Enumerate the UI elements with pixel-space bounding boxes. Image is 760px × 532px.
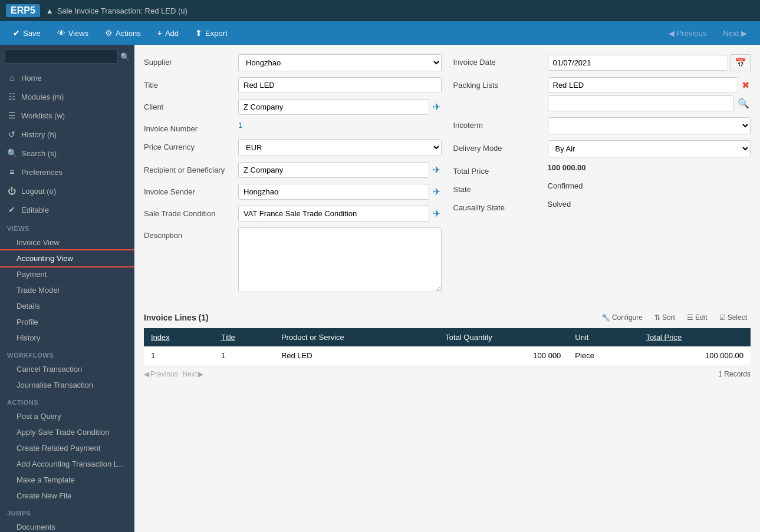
sidebar-item-journalise-transaction[interactable]: Journalise Transaction: [0, 377, 134, 393]
incoterm-select[interactable]: [548, 117, 751, 134]
export-button[interactable]: ⬆ Export: [188, 25, 235, 41]
sidebar-item-details[interactable]: Details: [0, 298, 134, 314]
search-input[interactable]: [5, 49, 118, 64]
state-row: State Confirmed: [453, 181, 751, 194]
supplier-row: Supplier Hongzhao: [144, 54, 442, 71]
col-title[interactable]: Title: [214, 328, 274, 346]
state-static: Confirmed: [548, 178, 583, 190]
sidebar-item-profile[interactable]: Profile: [0, 314, 134, 330]
total-price-label: Total Price: [453, 163, 542, 176]
sidebar-item-logout[interactable]: ⏻ Logout (o): [0, 181, 134, 200]
search-nav-icon: 🔍: [7, 148, 17, 158]
actions-button[interactable]: ⚙ Actions: [98, 25, 148, 41]
invoice-date-label: Invoice Date: [453, 54, 542, 67]
invoice-date-value: 📅: [548, 54, 751, 71]
sidebar-item-cancel-transaction[interactable]: Cancel Transaction: [0, 361, 134, 377]
col-index[interactable]: Index: [144, 328, 214, 346]
state-label: State: [453, 181, 542, 194]
description-textarea[interactable]: [238, 227, 442, 292]
sidebar-item-apply-sale-trade[interactable]: Apply Sale Trade Condition: [0, 424, 134, 440]
client-row: Client ✈: [144, 99, 442, 115]
invoice-sender-link-icon[interactable]: ✈: [432, 185, 442, 199]
sidebar-item-make-template[interactable]: Make a Template: [0, 472, 134, 488]
packing-list-2-search-icon[interactable]: 🔍: [736, 97, 751, 110]
table-previous-button[interactable]: ◀ Previous: [144, 370, 178, 378]
table-footer: ◀ Previous Next ▶ 1 Records: [144, 370, 751, 378]
invoice-date-input[interactable]: [548, 55, 729, 71]
calendar-icon[interactable]: 📅: [731, 54, 751, 71]
delivery-mode-select[interactable]: By Air: [548, 140, 751, 157]
sale-trade-condition-input[interactable]: [238, 206, 429, 222]
sale-trade-condition-link-icon[interactable]: ✈: [432, 207, 442, 220]
description-label: Description: [144, 227, 232, 240]
incoterm-row: Incoterm: [453, 117, 751, 134]
title-input[interactable]: [238, 77, 442, 93]
state-value: Confirmed: [548, 181, 751, 190]
save-button[interactable]: ✔ Save: [6, 25, 48, 41]
invoice-table: Index Title Product or Service Total Qua…: [144, 328, 751, 365]
recipient-link-icon[interactable]: ✈: [432, 163, 442, 177]
sidebar: 🔍 ⌂ Home ☷ Modules (m) ☰ Worklists (w) ↺…: [0, 45, 134, 532]
invoice-sender-input[interactable]: [238, 184, 429, 200]
sidebar-item-create-new-file[interactable]: Create New File: [0, 488, 134, 504]
title-label: Title: [144, 77, 232, 90]
row-total-quantity: 100 000: [438, 346, 568, 365]
sidebar-item-editable[interactable]: ✔ Editable: [0, 200, 134, 219]
sidebar-item-home[interactable]: ⌂ Home: [0, 68, 134, 87]
views-button[interactable]: 👁 Views: [50, 25, 96, 41]
incoterm-label: Incoterm: [453, 117, 542, 130]
sidebar-item-modules[interactable]: ☷ Modules (m): [0, 87, 134, 106]
recipient-input[interactable]: [238, 162, 429, 178]
sidebar-item-documents[interactable]: Documents: [0, 519, 134, 532]
sidebar-item-search[interactable]: 🔍 Search (s): [0, 144, 134, 163]
client-link-icon[interactable]: ✈: [432, 100, 442, 114]
causality-state-row: Causality State Solved: [453, 200, 751, 212]
search-icon[interactable]: 🔍: [120, 52, 130, 61]
next-button[interactable]: Next ▶: [716, 25, 754, 41]
total-price-row: Total Price 100 000.00: [453, 163, 751, 176]
table-header-row: Index Title Product or Service Total Qua…: [144, 328, 751, 346]
client-input[interactable]: [238, 99, 429, 115]
causality-state-static: Solved: [548, 196, 571, 209]
table-next-button[interactable]: Next ▶: [183, 370, 204, 378]
sidebar-item-history[interactable]: ↺ History (h): [0, 125, 134, 144]
table-row[interactable]: 1 1 Red LED 100 000 Piece 100 000.00: [144, 346, 751, 365]
supplier-value: Hongzhao: [238, 54, 442, 71]
price-currency-label: Price Currency: [144, 139, 232, 151]
edit-button[interactable]: ☰ Edit: [683, 312, 711, 323]
form-section: Supplier Hongzhao Title Cli: [144, 54, 751, 300]
next-icon: ▶: [741, 29, 747, 38]
sidebar-item-invoice-view[interactable]: Invoice View: [0, 234, 134, 250]
sidebar-item-payment[interactable]: Payment: [0, 266, 134, 282]
packing-list-2-input[interactable]: [548, 95, 735, 111]
history-icon: ↺: [7, 130, 17, 139]
previous-button[interactable]: ◀ Previous: [662, 25, 714, 41]
sidebar-item-post-query[interactable]: Post a Query: [0, 408, 134, 424]
sidebar-item-preferences[interactable]: ≡ Preferences: [0, 163, 134, 181]
causality-state-label: Causality State: [453, 200, 542, 212]
sidebar-item-accounting-view[interactable]: Accounting View: [0, 250, 134, 266]
sidebar-item-worklists[interactable]: ☰ Worklists (w): [0, 106, 134, 125]
select-button[interactable]: ☑ Select: [716, 312, 751, 323]
add-button[interactable]: + Add: [150, 25, 186, 41]
delivery-mode-value: By Air: [548, 140, 751, 157]
title-arrow: ▲: [46, 6, 54, 15]
form-left-column: Supplier Hongzhao Title Cli: [144, 54, 442, 300]
sidebar-item-trade-model[interactable]: Trade Model: [0, 282, 134, 298]
sort-button[interactable]: ⇅ Sort: [651, 312, 679, 323]
configure-icon: 🔧: [601, 313, 610, 322]
sidebar-item-create-related-payment[interactable]: Create Related Payment: [0, 440, 134, 456]
col-total-price[interactable]: Total Price: [639, 328, 751, 346]
packing-lists-row: Packing Lists ✖ 🔍: [453, 77, 751, 111]
price-currency-select[interactable]: EUR: [238, 139, 442, 156]
sidebar-item-history-view[interactable]: History: [0, 330, 134, 346]
packing-lists-value: ✖ 🔍: [548, 77, 751, 111]
packing-list-1-remove-icon[interactable]: ✖: [741, 78, 751, 92]
supplier-select[interactable]: Hongzhao: [238, 54, 442, 71]
erp5-logo[interactable]: ERP5: [6, 4, 40, 17]
packing-list-1-input[interactable]: [548, 77, 739, 93]
configure-button[interactable]: 🔧 Configure: [598, 312, 646, 323]
invoice-lines-title: Invoice Lines (1): [144, 313, 209, 322]
top-bar: ERP5 ▲ Sale Invoice Transaction: Red LED…: [0, 0, 760, 21]
sidebar-item-add-accounting-transaction[interactable]: Add Accounting Transaction L...: [0, 456, 134, 472]
